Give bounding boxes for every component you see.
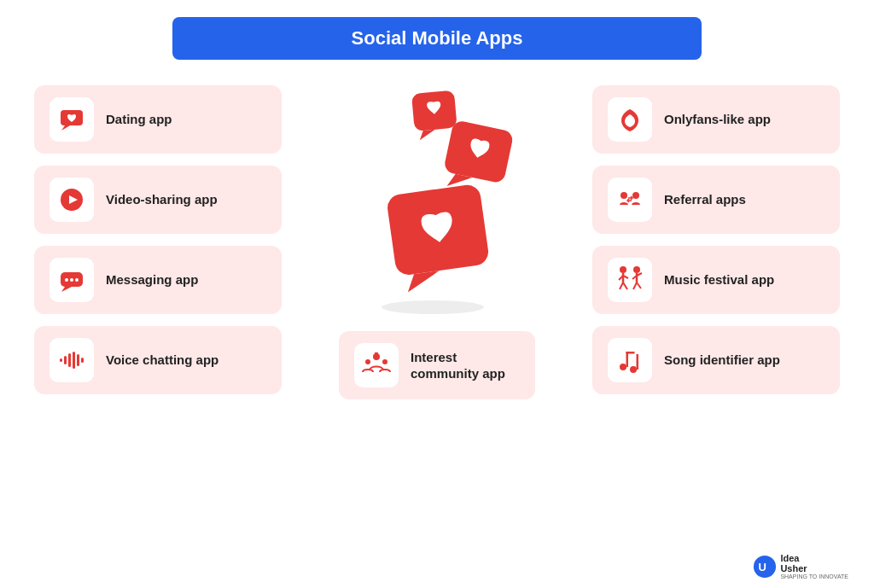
- svg-point-11: [75, 278, 79, 282]
- svg-point-35: [620, 266, 626, 273]
- card-onlyfans-label: Onlyfans-like app: [664, 111, 771, 128]
- svg-point-33: [632, 192, 639, 199]
- onlyfans-icon: [615, 104, 645, 135]
- svg-rect-26: [358, 346, 395, 384]
- card-dating: Dating app: [34, 85, 282, 154]
- svg-point-48: [620, 364, 626, 370]
- card-song-identifier-label: Song identifier app: [664, 352, 780, 369]
- svg-rect-16: [73, 352, 75, 369]
- svg-point-9: [65, 278, 68, 282]
- card-video-label: Video-sharing app: [106, 191, 218, 208]
- card-onlyfans: Onlyfans-like app: [592, 85, 840, 154]
- svg-point-51: [630, 366, 637, 373]
- svg-rect-14: [64, 356, 67, 364]
- hearts-illustration: [343, 77, 531, 316]
- card-music-festival-label: Music festival app: [664, 271, 774, 288]
- svg-rect-49: [626, 352, 629, 367]
- page: Social Mobile Apps Dating app: [0, 0, 874, 588]
- svg-rect-31: [615, 184, 645, 215]
- hearts-svg: [343, 77, 531, 316]
- center-column: Interest community app: [282, 85, 592, 399]
- svg-point-32: [621, 192, 627, 199]
- card-song-identifier: Song identifier app: [592, 326, 840, 394]
- dating-icon: [56, 104, 87, 135]
- icon-onlyfans-wrap: [608, 97, 652, 142]
- svg-marker-24: [419, 130, 436, 141]
- icon-messaging-wrap: [50, 258, 94, 302]
- left-column: Dating app Video-sharing app: [34, 85, 282, 399]
- icon-referral-wrap: [608, 178, 652, 222]
- card-voice-label: Voice chatting app: [106, 352, 218, 369]
- svg-rect-18: [81, 358, 84, 363]
- svg-point-41: [633, 266, 640, 273]
- svg-text:U: U: [759, 560, 766, 573]
- music-festival-icon: [611, 261, 649, 299]
- card-interest-label: Interest community app: [411, 349, 505, 382]
- right-column: Onlyfans-like app: [592, 85, 840, 399]
- icon-video-wrap: [50, 178, 94, 222]
- card-interest-community: Interest community app: [339, 331, 535, 399]
- svg-point-29: [382, 359, 387, 364]
- logo-line1: ldea: [780, 553, 848, 563]
- messaging-icon: [56, 265, 87, 295]
- svg-point-10: [70, 278, 73, 282]
- referral-icon: [615, 184, 645, 215]
- content-area: Dating app Video-sharing app: [34, 85, 840, 399]
- svg-rect-34: [611, 261, 649, 299]
- logo-line2: Usher: [780, 563, 848, 573]
- icon-community-wrap: [354, 343, 399, 387]
- card-referral: Referral apps: [592, 166, 840, 234]
- bottom-center-area: Interest community app: [339, 331, 535, 399]
- svg-rect-50: [626, 352, 635, 354]
- card-music-festival: Music festival app: [592, 246, 840, 314]
- icon-dating-wrap: [50, 97, 94, 142]
- svg-rect-52: [637, 354, 639, 370]
- page-title: Social Mobile Apps: [224, 27, 650, 49]
- logo-text: ldea Usher SHAPING TO INNOVATE: [780, 553, 848, 579]
- svg-rect-47: [611, 341, 649, 379]
- svg-rect-13: [60, 358, 62, 362]
- community-icon: [358, 346, 395, 384]
- svg-rect-15: [68, 353, 71, 367]
- card-referral-label: Referral apps: [664, 191, 746, 208]
- voice-chatting-icon: [56, 345, 87, 376]
- card-voice-chatting: Voice chatting app: [34, 326, 282, 394]
- logo-icon: U: [753, 555, 777, 579]
- svg-point-25: [382, 300, 484, 314]
- title-bar: Social Mobile Apps: [172, 17, 702, 60]
- card-dating-label: Dating app: [106, 111, 172, 128]
- video-sharing-icon: [56, 184, 87, 215]
- song-identifier-icon: [611, 341, 649, 379]
- logo-tagline: SHAPING TO INNOVATE: [780, 573, 848, 579]
- card-messaging: Messaging app: [34, 246, 282, 314]
- card-video-sharing: Video-sharing app: [34, 166, 282, 234]
- icon-song-wrap: [608, 338, 652, 382]
- svg-point-28: [365, 359, 370, 364]
- logo: U ldea Usher SHAPING TO INNOVATE: [753, 553, 848, 579]
- icon-voice-wrap: [50, 338, 94, 382]
- svg-rect-17: [77, 354, 79, 366]
- card-messaging-label: Messaging app: [106, 271, 198, 288]
- icon-music-festival-wrap: [608, 258, 652, 302]
